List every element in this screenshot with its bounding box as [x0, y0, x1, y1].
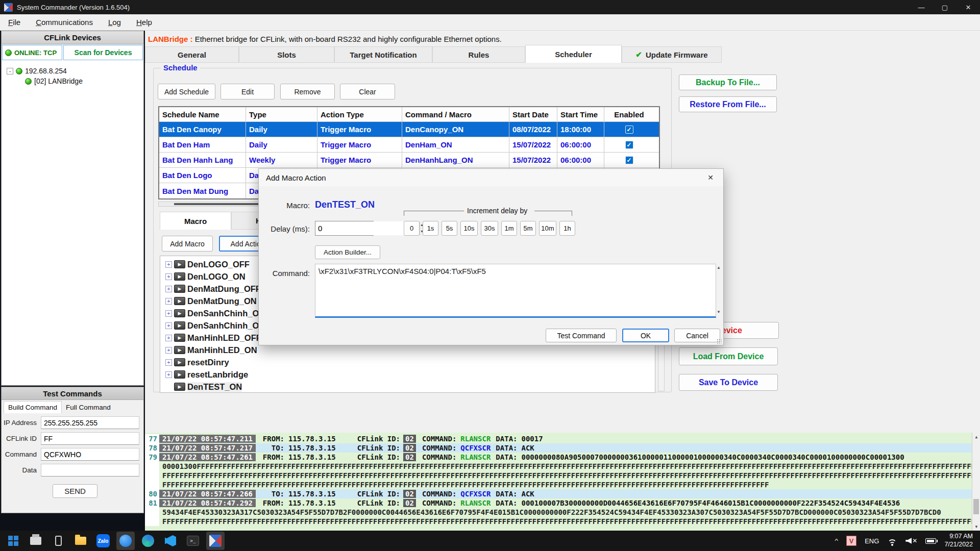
language-indicator[interactable]: ENG	[865, 537, 879, 545]
macro-tree-item[interactable]: +▶resetLanbridge	[165, 368, 655, 381]
taskbar-zalo-app[interactable]: Zalo	[94, 532, 112, 550]
menu-log[interactable]: Log	[108, 18, 121, 27]
menu-help[interactable]: Help	[136, 18, 152, 27]
minimize-button[interactable]: —	[910, 0, 933, 14]
scroll-up-icon[interactable]: ▲	[972, 433, 980, 441]
macro-tree-item-selected[interactable]: ▶DenTEST_ON	[165, 381, 655, 393]
dialog-close-icon[interactable]: ✕	[703, 172, 718, 183]
resize-grip[interactable]	[717, 339, 722, 344]
delay-0-button[interactable]: 0	[404, 221, 420, 236]
save-to-device-button[interactable]: Save To Device	[679, 374, 778, 391]
action-builder-button[interactable]: Action Builder...	[315, 245, 380, 259]
scan-for-devices-button[interactable]: Scan for Devices	[63, 45, 143, 60]
table-row[interactable]: Bat Den Ham Daily Trigger Macro DenHam_O…	[159, 137, 659, 153]
tab-scheduler[interactable]: Scheduler	[525, 45, 622, 63]
scrollbar-thumb[interactable]	[973, 499, 979, 514]
command-field[interactable]	[41, 448, 139, 461]
tab-full-command[interactable]: Full Command	[62, 402, 115, 413]
scroll-down-icon[interactable]: ▼	[972, 522, 980, 531]
log-row[interactable]: 80 21/07/22 08:57:47.266 TO: 115.78.3.15…	[145, 489, 972, 498]
tray-chevron-icon[interactable]: ^	[835, 538, 839, 544]
tab-update-firmware[interactable]: ✔ Update Firmware	[622, 46, 722, 63]
scroll-up-icon[interactable]: ▲	[715, 265, 722, 271]
send-button[interactable]: SEND	[53, 484, 97, 498]
delay-1h-button[interactable]: 1h	[559, 221, 575, 236]
test-command-button[interactable]: Test Command	[546, 329, 617, 342]
command-input[interactable]: \xF2\x31\xF3TRLYCON\xF4S04:0|P04:T\xF5\x…	[315, 264, 716, 318]
taskbar-blue-app[interactable]	[116, 532, 135, 550]
cflink-id-field[interactable]	[41, 432, 139, 445]
expand-icon[interactable]: +	[165, 359, 172, 366]
tab-target-notification[interactable]: Target Notification	[334, 46, 432, 63]
table-row[interactable]: Bat Den Canopy Daily Trigger Macro DenCa…	[159, 122, 659, 137]
taskbar-edge-browser[interactable]	[139, 532, 157, 550]
delay-30s-button[interactable]: 30s	[481, 221, 498, 236]
delay-5s-button[interactable]: 5s	[442, 221, 457, 236]
device-tree-child[interactable]: [02] LANBridge	[7, 76, 143, 86]
tab-build-command[interactable]: Build Command	[4, 401, 62, 413]
load-from-device-button[interactable]: Load From Device	[679, 347, 778, 365]
backup-to-file-button[interactable]: Backup To File...	[679, 74, 777, 90]
device-tree-root[interactable]: - 192.68.8.254	[7, 66, 143, 76]
menu-communications[interactable]: Communications	[36, 18, 93, 27]
remove-schedule-button[interactable]: Remove	[280, 84, 335, 99]
expand-icon[interactable]: +	[165, 322, 172, 329]
delay-10m-button[interactable]: 10m	[539, 221, 556, 236]
log-scrollbar[interactable]: ▲ ▼	[972, 433, 980, 531]
tray-date: 7/21/2022	[944, 541, 973, 549]
add-macro-button[interactable]: Add Macro	[162, 236, 213, 252]
tray-clock[interactable]: 9:07 AM 7/21/2022	[944, 533, 973, 548]
log-row[interactable]: 77 21/07/22 08:57:47.211 FROM: 115.78.3.…	[145, 434, 972, 443]
tab-slots[interactable]: Slots	[239, 46, 334, 63]
collapse-icon[interactable]: -	[7, 68, 13, 74]
expand-icon[interactable]: +	[165, 273, 172, 280]
enabled-checkbox[interactable]: ✓	[625, 126, 633, 134]
menu-file[interactable]: File	[8, 18, 20, 27]
maximize-button[interactable]: ▢	[933, 0, 957, 14]
macro-tree-item[interactable]: +▶ManHinhLED_ON	[165, 344, 655, 356]
table-row[interactable]: Bat Den Hanh Lang Weekly Trigger Macro D…	[159, 153, 659, 168]
ip-address-field[interactable]	[41, 416, 139, 429]
cancel-button[interactable]: Cancel	[674, 329, 720, 342]
close-button[interactable]: ✕	[957, 0, 980, 14]
add-schedule-button[interactable]: Add Schedule	[158, 84, 215, 99]
taskbar-vscode-app[interactable]	[161, 532, 180, 550]
log-row[interactable]: 78 21/07/22 08:57:47.217 TO: 115.78.3.15…	[145, 443, 972, 453]
expand-icon[interactable]: +	[165, 310, 172, 317]
taskbar-terminal-app[interactable]: >_	[184, 532, 202, 550]
edit-schedule-button[interactable]: Edit	[220, 84, 275, 99]
expand-icon[interactable]: +	[165, 347, 172, 354]
expand-icon[interactable]: +	[165, 298, 172, 305]
expand-icon[interactable]: +	[165, 261, 172, 268]
tab-general[interactable]: General	[145, 46, 239, 63]
enabled-checkbox[interactable]: ✓	[625, 156, 633, 164]
delay-1s-button[interactable]: 1s	[423, 221, 438, 236]
data-field[interactable]	[41, 464, 139, 477]
restore-from-file-button[interactable]: Restore From File...	[679, 96, 777, 112]
expand-icon[interactable]: +	[165, 286, 172, 292]
enabled-checkbox[interactable]: ✓	[625, 141, 633, 149]
log-row[interactable]: 81 21/07/22 08:57:47.292 FROM: 115.78.3.…	[145, 498, 972, 508]
dialog-titlebar[interactable]: Add Macro Action	[259, 169, 723, 186]
taskbar-phone-app[interactable]	[49, 532, 67, 550]
macro-tree-item[interactable]: +▶resetDinry	[165, 356, 655, 368]
battery-icon[interactable]	[925, 538, 936, 544]
scroll-down-icon[interactable]: ▼	[715, 310, 722, 316]
log-row[interactable]: 79 21/07/22 08:57:47.261 FROM: 115.78.3.…	[145, 453, 972, 462]
clear-schedule-button[interactable]: Clear	[340, 84, 395, 99]
taskbar-printer-app[interactable]	[27, 532, 45, 550]
wifi-icon[interactable]	[887, 537, 897, 545]
tray-v-app-icon[interactable]: V	[846, 536, 856, 546]
tab-macro[interactable]: Macro	[160, 212, 231, 230]
ok-button[interactable]: OK	[622, 329, 669, 342]
start-button[interactable]	[4, 532, 22, 550]
expand-icon[interactable]: +	[165, 371, 172, 378]
delay-5m-button[interactable]: 5m	[520, 221, 536, 236]
expand-icon[interactable]: +	[165, 335, 172, 341]
delay-1m-button[interactable]: 1m	[501, 221, 517, 236]
taskbar-file-explorer[interactable]	[71, 532, 90, 550]
tab-rules[interactable]: Rules	[432, 46, 525, 63]
delay-10s-button[interactable]: 10s	[460, 221, 478, 236]
taskbar-system-commander-app[interactable]	[206, 532, 225, 550]
volume-muted-icon[interactable]: ✕	[905, 537, 917, 544]
